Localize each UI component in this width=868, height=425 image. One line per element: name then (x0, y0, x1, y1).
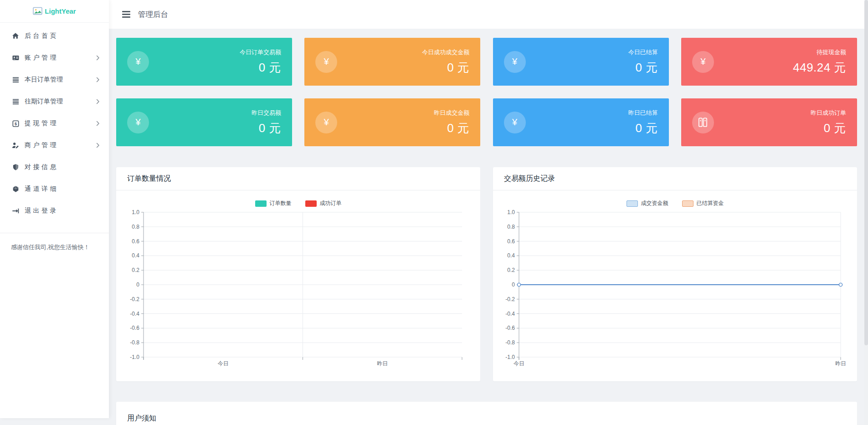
id-card-icon (11, 54, 20, 61)
stat-card: ¥今日已结算0 元 (493, 38, 669, 86)
stat-card: ¥昨日成交金额0 元 (304, 98, 480, 146)
yen-icon: ¥ (127, 112, 149, 133)
yen-icon: ¥ (504, 51, 526, 73)
svg-text:今日: 今日 (514, 360, 524, 367)
chevron-right-icon (96, 55, 100, 61)
svg-text:昨日: 昨日 (835, 360, 846, 367)
stat-card-value: 0 元 (240, 60, 281, 76)
svg-text:-0.4: -0.4 (505, 311, 515, 317)
stat-card-label: 昨日交易额 (252, 109, 281, 117)
chevron-right-icon (96, 121, 100, 126)
logo[interactable]: LightYear (0, 0, 109, 23)
sidebar-item-label: 对接信息 (25, 163, 100, 171)
legend-item[interactable]: 已结算资金 (682, 200, 724, 207)
chevron-right-icon (96, 143, 100, 148)
stat-card-value: 0 元 (628, 120, 658, 136)
yen-icon: ¥ (127, 51, 149, 73)
chevron-right-icon (96, 99, 100, 104)
legend-label: 已结算资金 (697, 200, 724, 207)
panel-trade-history: 交易额历史记录 成交资金额已结算资金 1.00.80.60.40.20-0.2-… (493, 167, 857, 381)
svg-text:-0.6: -0.6 (130, 325, 139, 331)
legend-swatch (305, 200, 317, 207)
top-header: 管理后台 (109, 0, 864, 29)
sidebar-item-label: 本日订单管理 (25, 76, 96, 84)
legend-swatch (255, 200, 267, 207)
svg-text:-0.8: -0.8 (505, 339, 515, 346)
svg-text:0.6: 0.6 (132, 238, 139, 245)
sidebar-menu: 后台首页账户管理本日订单管理往期订单管理$提现管理商户管理对接信息通道详细退出登… (0, 23, 109, 222)
charts-row: 订单数量情况 订单数量成功订单 1.00.80.60.40.20-0.2-0.4… (116, 167, 857, 381)
scrollbar-thumb[interactable] (864, 0, 868, 345)
legend-item[interactable]: 成功订单 (305, 200, 342, 207)
sidebar-item-past-orders[interactable]: 往期订单管理 (0, 91, 109, 113)
svg-text:昨日: 昨日 (377, 360, 388, 367)
svg-text:0: 0 (512, 282, 515, 288)
svg-text:-1.0: -1.0 (130, 354, 139, 360)
panel-title: 订单数量情况 (116, 167, 480, 190)
svg-text:-1.0: -1.0 (505, 354, 515, 360)
legend-item[interactable]: 成交资金额 (627, 200, 668, 207)
sidebar-item-label: 退出登录 (25, 207, 100, 215)
svg-text:1.0: 1.0 (507, 209, 515, 215)
stat-card-value: 0 元 (628, 60, 658, 76)
home-icon (11, 32, 20, 40)
legend-swatch (627, 200, 638, 207)
yen-icon: ¥ (315, 112, 337, 133)
stat-card: 昨日成功订单0 元 (681, 98, 857, 146)
sidebar-item-home[interactable]: 后台首页 (0, 25, 109, 47)
sidebar-footer-note: 感谢信任我司,祝您生活愉快！ (0, 233, 109, 251)
stat-card-label: 今日成功成交金额 (422, 48, 469, 56)
broken-image-icon (33, 7, 42, 15)
chart-title: 交易额历史记录 (504, 174, 555, 184)
svg-text:0.6: 0.6 (507, 238, 515, 245)
sidebar-item-today-orders[interactable]: 本日订单管理 (0, 69, 109, 91)
panel-order-count: 订单数量情况 订单数量成功订单 1.00.80.60.40.20-0.2-0.4… (116, 167, 480, 381)
stat-cards-grid: ¥今日订单交易额0 元¥今日成功成交金额0 元¥今日已结算0 元¥待提现金额44… (116, 38, 857, 146)
svg-text:今日: 今日 (218, 360, 229, 367)
sidebar-item-label: 账户管理 (25, 54, 96, 62)
chart-legend: 订单数量成功订单 (116, 200, 480, 207)
stat-card: ¥昨日已结算0 元 (493, 98, 669, 146)
svg-text:1.0: 1.0 (132, 209, 139, 215)
list-icon (11, 77, 20, 83)
chart-legend: 成交资金额已结算资金 (493, 200, 857, 207)
sidebar-item-accounts[interactable]: 账户管理 (0, 47, 109, 69)
sidebar-item-integration-info[interactable]: 对接信息 (0, 156, 109, 178)
chart-title: 订单数量情况 (127, 174, 171, 184)
menu-toggle-icon[interactable] (121, 9, 131, 19)
svg-text:-0.2: -0.2 (130, 296, 139, 302)
svg-text:0.8: 0.8 (507, 224, 515, 230)
svg-text:0.8: 0.8 (132, 224, 139, 230)
order-count-chart: 1.00.80.60.40.20-0.2-0.4-0.6-0.8-1.0今日昨日 (116, 209, 480, 369)
legend-label: 成交资金额 (641, 200, 668, 207)
logo-text: LightYear (45, 7, 76, 15)
sidebar-item-label: 往期订单管理 (25, 97, 96, 106)
columns-icon (692, 112, 714, 133)
dollar-square-icon: $ (11, 120, 20, 127)
stat-card-value: 0 元 (811, 120, 846, 136)
sidebar-item-channel-details[interactable]: 通道详细 (0, 178, 109, 200)
legend-swatch (682, 200, 693, 207)
sidebar-item-merchants[interactable]: 商户管理 (0, 134, 109, 156)
user-edit-icon (11, 142, 20, 149)
svg-text:-0.8: -0.8 (130, 339, 139, 346)
legend-item[interactable]: 订单数量 (255, 200, 292, 207)
legend-label: 成功订单 (320, 200, 342, 207)
svg-text:0.2: 0.2 (507, 267, 515, 273)
stat-card: ¥待提现金额449.24 元 (681, 38, 857, 86)
list-icon (11, 98, 20, 105)
cube-icon (11, 185, 20, 193)
stat-card-label: 今日订单交易额 (240, 48, 281, 56)
sidebar-item-logout[interactable]: 退出登录 (0, 200, 109, 222)
svg-text:0: 0 (136, 282, 139, 288)
sidebar-item-label: 提现管理 (25, 119, 96, 128)
sidebar-item-withdrawals[interactable]: $提现管理 (0, 113, 109, 134)
svg-text:0.4: 0.4 (132, 252, 139, 259)
svg-text:-0.2: -0.2 (505, 296, 515, 302)
stat-card-label: 昨日成交金额 (434, 109, 469, 117)
svg-text:0.4: 0.4 (507, 252, 515, 259)
page-title: 管理后台 (138, 10, 168, 20)
yen-icon: ¥ (692, 51, 714, 73)
vertical-scrollbar[interactable] (864, 0, 868, 425)
stat-card: ¥今日订单交易额0 元 (116, 38, 292, 86)
